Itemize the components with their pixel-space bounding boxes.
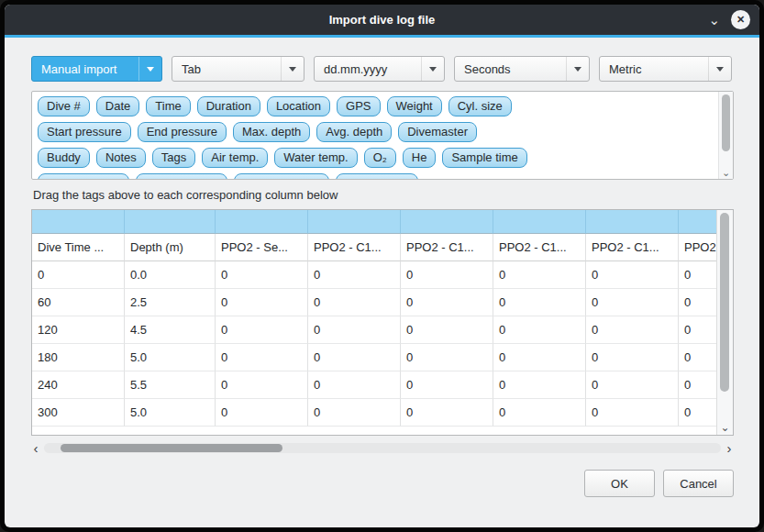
hscroll-thumb[interactable]: [61, 444, 282, 452]
tag-gps[interactable]: GPS: [337, 96, 380, 116]
chevron-down-icon: [138, 57, 161, 81]
table-cell: 0: [586, 371, 679, 399]
table-cell: 240: [32, 371, 125, 399]
tag-row: Dive #DateTimeDurationLocationGPSWeightC…: [38, 96, 718, 116]
date-format-select[interactable]: dd.mm.yyyy: [314, 56, 445, 82]
dialog-content: Manual import Tab dd.mm.yyyy Seconds Met…: [5, 38, 759, 527]
tag-row: Sample depthSample temp.Sample press.Sam…: [38, 173, 718, 179]
tag-buddy[interactable]: Buddy: [38, 148, 90, 168]
tag-sample-press[interactable]: Sample press.: [234, 173, 328, 179]
close-button[interactable]: ✕: [731, 10, 750, 29]
table-cell: 0: [308, 399, 401, 427]
column-header: Depth (m): [125, 234, 216, 261]
field-separator-select[interactable]: Tab: [172, 56, 304, 82]
scroll-down-icon[interactable]: ⌄: [717, 422, 733, 433]
scrollbar-thumb[interactable]: [720, 213, 729, 392]
drop-cell[interactable]: [216, 210, 308, 234]
tag-max-depth[interactable]: Max. depth: [233, 122, 310, 142]
units-select[interactable]: Metric: [599, 56, 732, 82]
tag-end-pressure[interactable]: End pressure: [138, 122, 227, 142]
table-cell: 180: [32, 344, 125, 371]
drop-cell[interactable]: [493, 210, 586, 234]
shade-icon[interactable]: ⌄: [708, 13, 720, 27]
drop-cell[interactable]: [401, 210, 493, 234]
table-vscrollbar[interactable]: ⌄: [716, 210, 733, 435]
tag-weight[interactable]: Weight: [387, 96, 442, 116]
table-cell: 0: [401, 316, 493, 344]
cancel-button[interactable]: Cancel: [663, 470, 734, 497]
tag-row: BuddyNotesTagsAir temp.Water temp.O₂HeSa…: [38, 148, 718, 168]
chevron-down-icon: [281, 57, 304, 81]
table-cell: 0: [216, 399, 308, 427]
table-cell: 0: [679, 399, 721, 427]
table-cell: 0.0: [125, 261, 216, 289]
scroll-down-icon[interactable]: ⌄: [719, 168, 733, 178]
drop-cell[interactable]: [125, 210, 216, 234]
table-cell: 300: [32, 399, 125, 427]
instruction-text: Drag the tags above to each correspondin…: [33, 188, 734, 202]
drop-cell[interactable]: [308, 210, 401, 234]
column-header: PPO2 - C1...: [401, 234, 493, 261]
duration-format-select[interactable]: Seconds: [454, 56, 590, 82]
table-cell: 0: [401, 344, 493, 371]
tag-dive[interactable]: Dive #: [38, 96, 90, 116]
table-row: 602.5000000: [32, 289, 721, 316]
combo-value: Manual import: [41, 62, 116, 76]
hscroll-track[interactable]: [44, 443, 721, 453]
table-cell: 0: [308, 316, 401, 344]
tag-time[interactable]: Time: [146, 96, 190, 116]
combo-row: Manual import Tab dd.mm.yyyy Seconds Met…: [31, 56, 734, 82]
table-cell: 0: [216, 289, 308, 316]
tag-sample-po[interactable]: Sample pO₂: [336, 173, 418, 179]
scrollbar-thumb[interactable]: [722, 94, 730, 151]
drop-cell[interactable]: [586, 210, 679, 234]
table-cell: 0: [586, 344, 679, 371]
tag-tags[interactable]: Tags: [152, 148, 195, 168]
scroll-left-icon[interactable]: ‹: [31, 442, 40, 454]
table-row: 1805.0000000: [32, 344, 721, 371]
tag-location[interactable]: Location: [267, 96, 330, 116]
import-mode-select[interactable]: Manual import: [31, 56, 162, 82]
tag-scrollbar[interactable]: ⌄: [718, 92, 733, 179]
table-cell: 2.5: [125, 289, 216, 316]
table-cell: 4.5: [125, 316, 216, 344]
combo-value: Tab: [182, 62, 201, 76]
tag-avg-depth[interactable]: Avg. depth: [316, 122, 392, 142]
tag-start-pressure[interactable]: Start pressure: [38, 122, 131, 142]
table-cell: 0: [586, 399, 679, 427]
table-hscrollbar[interactable]: ‹ ›: [31, 441, 734, 455]
table-cell: 0: [679, 371, 721, 399]
scroll-right-icon[interactable]: ›: [725, 442, 734, 454]
table-cell: 0: [586, 316, 679, 344]
import-preview-table: Dive Time ...Depth (m)PPO2 - Se...PPO2 -…: [31, 209, 734, 436]
tag-duration[interactable]: Duration: [197, 96, 260, 116]
drop-cell[interactable]: [679, 210, 721, 234]
tag-sample-depth[interactable]: Sample depth: [38, 173, 129, 179]
tag-date[interactable]: Date: [96, 96, 139, 116]
drop-cell[interactable]: [32, 210, 125, 234]
tag-sample-time[interactable]: Sample time: [442, 148, 526, 168]
ok-button[interactable]: OK: [584, 470, 655, 497]
table-cell: 0: [679, 316, 721, 344]
table-header-row: Dive Time ...Depth (m)PPO2 - Se...PPO2 -…: [32, 234, 721, 261]
tag-he[interactable]: He: [403, 148, 437, 168]
table-cell: 60: [32, 289, 125, 316]
table-cell: 0: [493, 261, 586, 289]
tag-air-temp[interactable]: Air temp.: [202, 148, 268, 168]
table-cell: 0: [308, 261, 401, 289]
tag-water-temp[interactable]: Water temp.: [274, 148, 357, 168]
tag-divemaster[interactable]: Divemaster: [398, 122, 477, 142]
import-dialog: Import dive log file ⌄ ✕ Manual import T…: [5, 5, 759, 527]
tag-o[interactable]: O₂: [364, 148, 396, 168]
tag-sample-temp[interactable]: Sample temp.: [136, 173, 227, 179]
combo-value: Seconds: [464, 62, 511, 76]
table-row: 2405.5000000: [32, 371, 721, 399]
table-cell: 0: [32, 261, 125, 289]
tag-notes[interactable]: Notes: [96, 148, 146, 168]
titlebar[interactable]: Import dive log file ⌄ ✕: [5, 5, 759, 35]
table-cell: 0: [679, 261, 721, 289]
tag-rows: Dive #DateTimeDurationLocationGPSWeightC…: [32, 92, 718, 179]
table-cell: 120: [32, 316, 125, 344]
table-cell: 0: [401, 399, 493, 427]
tag-cyl-size[interactable]: Cyl. size: [448, 96, 512, 116]
